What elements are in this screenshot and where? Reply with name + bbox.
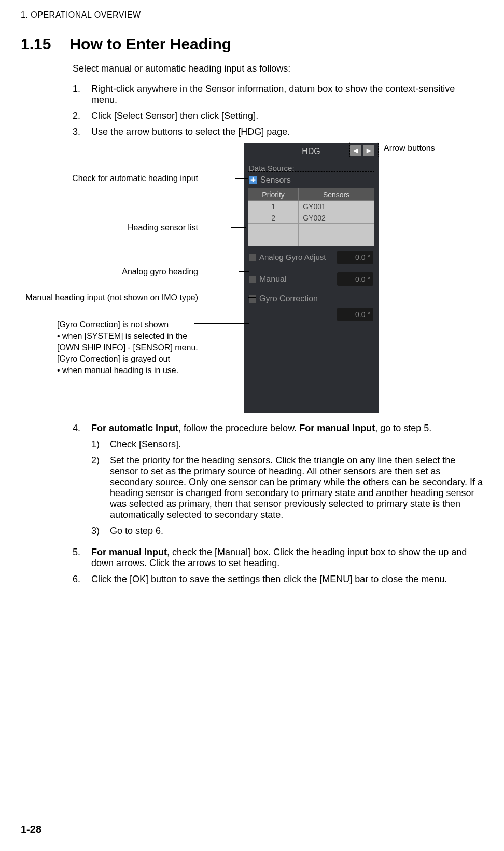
step-2: 2.Click [Select Sensor] then click [Sett…	[73, 111, 483, 121]
bold-text: For manual input	[91, 547, 167, 557]
leader-line	[239, 271, 249, 272]
analog-gyro-row[interactable]: Analog Gyro Adjust 0.0 °	[244, 246, 379, 268]
page-number: 1-28	[21, 823, 41, 835]
leader-line	[235, 178, 248, 179]
analog-gyro-label: Analog Gyro Adjust	[259, 253, 337, 262]
gyro-correction-label: Gyro Correction	[259, 294, 318, 304]
leader-line	[380, 148, 385, 148]
callout-check-auto: Check for automatic heading input	[72, 174, 198, 183]
checkbox-icon[interactable]	[249, 254, 256, 261]
gyro-correction-values: 0.0 °	[244, 308, 379, 321]
section-title: How to Enter Heading	[69, 35, 231, 53]
panel-title: HDG	[302, 147, 320, 156]
sensor-area-highlight	[248, 171, 374, 246]
section-number: 1.15	[21, 35, 51, 53]
step-1: 1.Right-click anywhere in the Sensor inf…	[73, 84, 483, 105]
callout-gyro-correction: [Gyro Correction] is not shown • when [S…	[57, 319, 198, 376]
checkbox-icon[interactable]	[249, 276, 256, 283]
leader-line	[248, 297, 256, 298]
substep-3: 3)Go to step 6.	[91, 526, 483, 537]
gyro-value[interactable]: 0.0 °	[337, 308, 373, 321]
substep-2: 2)Set the priority for the heading senso…	[91, 455, 483, 520]
chapter-label: 1. OPERATIONAL OVERVIEW	[21, 10, 483, 20]
section-heading: 1.15 How to Enter Heading	[21, 35, 483, 53]
callout-sensor-list: Heading sensor list	[128, 223, 198, 232]
step-6: 6.Click the [OK] button to save the sett…	[73, 574, 483, 585]
manual-label: Manual	[259, 274, 337, 284]
gyro-correction-row[interactable]: Gyro Correction	[244, 290, 379, 308]
step-4: 4. For automatic input, follow the proce…	[73, 423, 483, 542]
analog-gyro-value[interactable]: 0.0 °	[337, 251, 373, 264]
callout-manual-input: Manual heading input (not shown on IMO t…	[25, 293, 198, 303]
substep-1: 1)Check [Sensors].	[91, 439, 483, 450]
callout-arrow-buttons: Arrow buttons	[384, 144, 435, 153]
checkbox-icon[interactable]	[249, 295, 256, 303]
figure: HDG ◄ ► Data Source: ✚ Sensors Priority …	[21, 143, 483, 423]
manual-value[interactable]: 0.0 °	[337, 272, 373, 286]
leader-line	[194, 323, 249, 324]
step-3: 3.Use the arrow buttons to select the [H…	[73, 127, 483, 138]
callout-analog-gyro: Analog gyro heading	[122, 267, 198, 277]
bold-text: For manual input	[299, 423, 375, 433]
manual-row[interactable]: Manual 0.0 °	[244, 268, 379, 290]
bold-text: For automatic input	[91, 423, 178, 433]
step-5: 5. For manual input, check the [Manual] …	[73, 547, 483, 569]
arrow-buttons-highlight	[349, 142, 379, 157]
intro-text: Select manual or automatic heading input…	[73, 63, 483, 74]
leader-line	[231, 227, 246, 228]
